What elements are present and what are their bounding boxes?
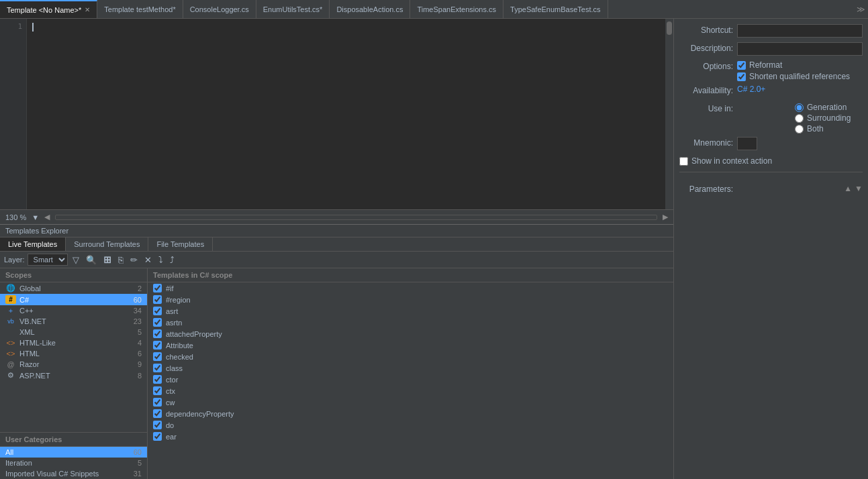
template-label: attachedProperty xyxy=(166,330,222,338)
scope-count: 9 xyxy=(138,360,142,368)
scope-icon: # xyxy=(5,295,16,304)
scope-label: XML xyxy=(19,328,35,336)
user-cat-count: 31 xyxy=(134,470,142,478)
tab-file-templates[interactable]: File Templates xyxy=(148,237,213,251)
delete-icon[interactable]: ✕ xyxy=(142,254,154,266)
template-item-region[interactable]: #region xyxy=(148,294,673,305)
template-checkbox[interactable] xyxy=(153,375,162,384)
horizontal-scrollbar[interactable] xyxy=(55,215,657,220)
scroll-right-icon[interactable]: ▶ xyxy=(663,213,668,221)
template-item-dependencyproperty[interactable]: dependencyProperty xyxy=(148,408,673,419)
text-cursor xyxy=(32,23,34,32)
export-icon[interactable]: ⤴ xyxy=(168,254,177,266)
template-item-ear[interactable]: ear xyxy=(148,431,673,442)
layer-select[interactable]: Smart xyxy=(28,254,68,266)
template-checkbox[interactable] xyxy=(153,364,162,372)
template-item-checked[interactable]: checked xyxy=(148,351,673,362)
tab-typesafe-enum[interactable]: TypeSafeEnumBaseTest.cs xyxy=(503,0,608,18)
availability-link[interactable]: C# 2.0+ xyxy=(737,85,765,94)
template-label: checked xyxy=(166,353,193,361)
template-item-attribute[interactable]: Attribute xyxy=(148,339,673,351)
template-checkbox[interactable] xyxy=(153,307,162,315)
search-icon[interactable]: 🔍 xyxy=(84,254,99,266)
reformat-row: Reformat xyxy=(737,60,850,70)
tab-surround-templates[interactable]: Surround Templates xyxy=(66,237,148,251)
radio-both-input[interactable] xyxy=(795,125,804,134)
template-checkbox[interactable] xyxy=(153,352,162,361)
filter-icon[interactable]: ▽ xyxy=(70,254,81,266)
template-checkbox[interactable] xyxy=(153,284,162,292)
import-icon[interactable]: ⤵ xyxy=(156,254,165,266)
arrow-down-icon[interactable]: ▼ xyxy=(855,184,863,193)
editor-scrollbar[interactable] xyxy=(665,19,673,209)
tab-live-templates[interactable]: Live Templates xyxy=(0,237,66,251)
template-checkbox[interactable] xyxy=(153,398,162,407)
template-checkbox[interactable] xyxy=(153,432,162,441)
scope-item-aspnet[interactable]: ⚙ ASP.NET 8 xyxy=(0,370,147,381)
show-in-context-checkbox[interactable] xyxy=(679,157,688,166)
tab-overflow-icon[interactable]: ≫ xyxy=(857,5,868,14)
template-item-ctor[interactable]: ctor xyxy=(148,374,673,385)
template-checkbox[interactable] xyxy=(153,409,162,418)
template-item-asrt[interactable]: asrt xyxy=(148,305,673,317)
user-cat-importedvisualcsnippets[interactable]: Imported Visual C# Snippets 31 xyxy=(0,468,147,479)
template-item-if[interactable]: #if xyxy=(148,282,673,294)
close-icon[interactable]: ✕ xyxy=(85,6,90,13)
edit-icon[interactable]: ✏ xyxy=(128,254,140,266)
template-checkbox[interactable] xyxy=(153,329,162,338)
zoom-dropdown-icon[interactable]: ▼ xyxy=(32,213,39,221)
user-cat-iteration[interactable]: Iteration 5 xyxy=(0,458,147,468)
template-item-cw[interactable]: cw xyxy=(148,396,673,408)
template-label: cw xyxy=(166,398,175,407)
template-item-attachedproperty[interactable]: attachedProperty xyxy=(148,328,673,339)
panel-divider xyxy=(679,172,863,172)
template-checkbox[interactable] xyxy=(153,386,162,395)
mnemonic-input[interactable] xyxy=(737,137,757,150)
template-item-asrtn[interactable]: asrtn xyxy=(148,317,673,328)
template-checkbox[interactable] xyxy=(153,318,162,327)
template-label: ear xyxy=(166,433,177,441)
shortcut-input[interactable] xyxy=(737,24,863,38)
scroll-left-icon[interactable]: ◀ xyxy=(44,213,50,221)
user-cat-label: Imported Visual C# Snippets xyxy=(5,470,99,478)
template-checkbox[interactable] xyxy=(153,341,162,350)
template-item-class[interactable]: class xyxy=(148,362,673,374)
tab-enum-utils[interactable]: EnumUtilsTest.cs* xyxy=(256,0,330,18)
tab-timespan-extensions[interactable]: TimeSpanExtensions.cs xyxy=(410,0,503,18)
template-item-ctx[interactable]: ctx xyxy=(148,385,673,396)
scroll-thumb[interactable] xyxy=(667,21,672,35)
template-checkbox[interactable] xyxy=(153,295,162,304)
mnemonic-label: Mnemonic: xyxy=(679,137,733,148)
editor-content[interactable]: 1 xyxy=(0,19,673,209)
radio-generation-input[interactable] xyxy=(795,103,804,112)
shorten-checkbox[interactable] xyxy=(737,72,746,81)
scope-item-htmllike[interactable]: <> HTML-Like 4 xyxy=(0,337,147,348)
arrow-up-icon[interactable]: ▲ xyxy=(844,184,852,193)
tab-disposable-action[interactable]: DisposableAction.cs xyxy=(330,0,410,18)
use-in-options: Generation Surrounding Both xyxy=(795,103,851,134)
scope-item-razor[interactable]: @ Razor 9 xyxy=(0,359,147,370)
radio-surrounding-label: Surrounding xyxy=(807,113,851,123)
tab-template-test-method[interactable]: Template testMethod* xyxy=(97,0,183,18)
copy-icon[interactable]: ⎘ xyxy=(116,254,126,266)
zoom-level: 130 % xyxy=(5,213,26,221)
grid-icon[interactable]: ⊞ xyxy=(101,254,113,266)
template-checkbox[interactable] xyxy=(153,421,162,429)
user-cat-label: All xyxy=(5,448,13,456)
user-cat-all[interactable]: All 60 xyxy=(0,447,147,458)
scope-icon: <> xyxy=(5,350,16,358)
scope-item-global[interactable]: 🌐 Global 2 xyxy=(0,282,147,294)
radio-surrounding-input[interactable] xyxy=(795,114,804,123)
template-item-do[interactable]: do xyxy=(148,419,673,431)
scope-item-c[interactable]: + C++ 34 xyxy=(0,305,147,316)
scope-item-xml[interactable]: XML 5 xyxy=(0,327,147,337)
tab-console-logger[interactable]: ConsoleLogger.cs xyxy=(183,0,256,18)
reformat-checkbox[interactable] xyxy=(737,61,746,70)
scope-item-c[interactable]: # C# 60 xyxy=(0,294,147,305)
scope-item-vbnet[interactable]: vb VB.NET 23 xyxy=(0,316,147,327)
scope-item-html[interactable]: <> HTML 6 xyxy=(0,348,147,359)
code-editor[interactable] xyxy=(27,19,665,209)
scope-icon: <> xyxy=(5,339,16,347)
description-input[interactable] xyxy=(737,42,863,56)
tab-template-no-name[interactable]: Template <No Name>* ✕ xyxy=(0,0,97,18)
